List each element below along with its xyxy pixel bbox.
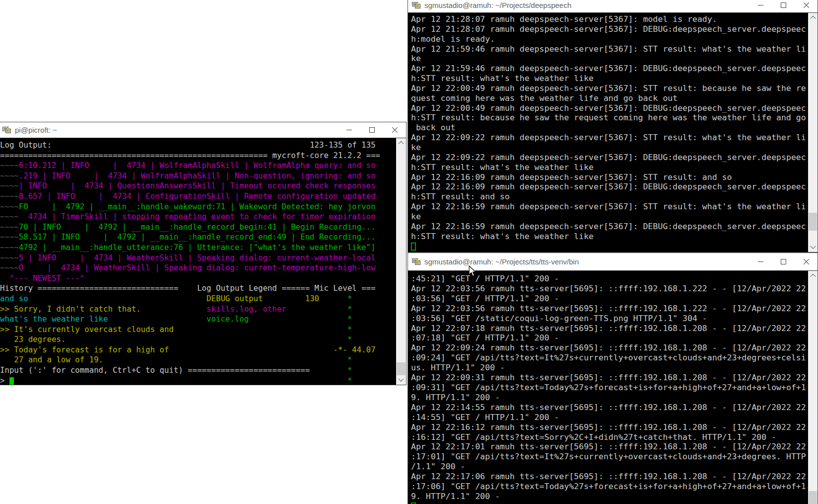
text-segment: 9. HTTP/1.1" 200 - (411, 492, 500, 501)
scroll-up-button[interactable] (396, 138, 406, 148)
scroll-down-button[interactable] (396, 375, 406, 385)
terminal-text: :45:21] "GET / HTTP/1.1" 200 -Apr 12 22:… (408, 271, 808, 504)
close-icon (803, 2, 810, 8)
terminal-line: :16:12] "GET /api/tts?text=Sorry%2C+I+di… (411, 432, 808, 442)
scrollbar-thumb[interactable] (809, 213, 817, 231)
scroll-up-button[interactable] (808, 271, 818, 280)
text-segment: ~~~~ (0, 181, 19, 190)
text-segment: h:STT result: what's the weather like (411, 74, 594, 83)
terminal-line: Apr 12 22:09:22 ramuh deepspeech-server[… (411, 133, 808, 143)
titlebar-deepspeech[interactable]: sgmustadio@ramuh: ~/Projects/deepspeech (408, 0, 818, 13)
window-picroft: pi@picroft: ~ Log Output: 123-135 of 135… (0, 122, 407, 385)
text-segment: h:STT result: and so (411, 192, 510, 201)
text-segment: 5 | INFO | 4734 | WeatherSkill | Speakin… (19, 253, 376, 262)
terminal-line: ~~~~FO | 4792 | __main__:handle_wakeword… (0, 202, 396, 212)
text-segment: DEBUG output (207, 294, 263, 303)
text-segment (103, 355, 347, 364)
text-segment: Apr 12 21:28:07 ramuh deepspeech-server[… (411, 24, 806, 34)
close-icon (803, 258, 810, 265)
terminal-line: Apr 12 22:09:24 ramuh tts-server[5695]: … (411, 343, 808, 353)
close-button[interactable] (795, 0, 818, 12)
terminal-line: > * (0, 376, 396, 385)
scrollbar-thumb[interactable] (397, 362, 406, 375)
terminal-line: ~~~~O | 4734 | WeatherSkill | Speaking d… (0, 263, 396, 273)
text-segment: > (0, 376, 9, 385)
text-segment: Apr 12 22:16:12 ramuh tts-server[5695]: … (411, 422, 806, 432)
text-segment (286, 304, 347, 314)
text-segment: h:model is ready. (411, 34, 495, 44)
minimize-button[interactable] (749, 0, 772, 12)
terminal-content: Log Output: 123-135 of 135==============… (0, 138, 406, 385)
text-segment: voice.log (207, 314, 249, 324)
text-segment: ke (411, 143, 421, 152)
titlebar-picroft[interactable]: pi@picroft: ~ (0, 122, 406, 138)
terminal-content: Apr 12 21:28:07 ramuh deepspeech-server[… (408, 13, 818, 252)
terminal-line (411, 241, 808, 251)
text-segment: ~~~~ (0, 212, 19, 221)
terminal-line: quest coming here was the weather life a… (411, 93, 808, 103)
terminal-line: :09:31] "GET /api/tts?text=Today%27s+for… (411, 383, 808, 393)
text-segment: :45:21] "GET / HTTP/1.1" 200 - (411, 274, 559, 283)
text-segment: :16:12] "GET /api/tts?text=Sorry%2C+I+di… (411, 432, 776, 442)
terminal-line: 27 and a low of 19. * (0, 355, 396, 365)
text-segment: Apr 12 22:07:18 ramuh tts-server[5695]: … (411, 324, 806, 333)
terminal-line: Apr 12 22:09:31 ramuh tts-server[5695]: … (411, 373, 808, 383)
scroll-down-button[interactable] (808, 243, 818, 252)
text-segment: ~~~~ (0, 253, 19, 262)
caption-buttons (749, 0, 818, 12)
text-segment: Apr 12 22:09:22 ramuh deepspeech-server[… (411, 153, 806, 162)
text-segment (169, 345, 333, 354)
text-segment: * (347, 304, 352, 314)
minimize-button[interactable] (749, 253, 772, 270)
caption-buttons (337, 122, 406, 138)
close-button[interactable] (795, 253, 818, 270)
maximize-button[interactable] (360, 122, 383, 138)
terminal-line: :09:24] "GET /api/tts?text=It%27s+curren… (411, 353, 808, 363)
text-segment: 4792 | __main__:handle_utterance:76 | Ut… (19, 243, 376, 252)
putty-icon (2, 126, 11, 134)
terminal-line: /1.1" 200 - (411, 462, 808, 472)
text-segment (28, 294, 207, 303)
text-segment: ~~~~ (0, 202, 19, 211)
text-segment: Apr 12 21:59:46 ramuh deepspeech-server[… (411, 44, 806, 54)
text-segment: 130 (305, 294, 319, 303)
close-button[interactable] (383, 122, 406, 138)
scrollbar[interactable] (808, 13, 818, 252)
text-segment: Apr 12 22:03:56 ramuh tts-server[5695]: … (411, 304, 806, 313)
terminal-line: us. HTTP/1.1" 200 - (411, 363, 808, 373)
terminal-line: ~~~~5 | INFO | 4734 | WeatherSkill | Spe… (0, 253, 396, 263)
text-segment: | INFO | 4734 | QuestionsAnswersSkill | … (19, 181, 376, 190)
text-segment: Apr 12 22:00:49 ramuh deepspeech-server[… (411, 103, 806, 113)
putty-icon (412, 258, 421, 266)
maximize-button[interactable] (772, 253, 795, 270)
minimize-button[interactable] (337, 122, 360, 138)
text-segment (52, 140, 310, 150)
maximize-button[interactable] (772, 0, 795, 12)
text-segment: 4734 | TimerSkill | stopping repeating e… (19, 212, 376, 221)
text-segment: ========================================… (0, 151, 380, 160)
terminal-line: h:STT result: what's the weather like (411, 74, 808, 84)
terminal-line: Apr 12 21:59:46 ramuh deepspeech-server[… (411, 64, 808, 74)
text-segment: Apr 12 22:09:22 ramuh deepspeech-server[… (411, 133, 806, 142)
scrollbar-thumb[interactable] (809, 491, 817, 504)
text-segment: 23 degrees. (0, 335, 66, 344)
text-segment: ke (411, 212, 421, 221)
terminal-line: :03:56] "GET /static/coqui-log-green-TTS… (411, 314, 808, 324)
terminal-line: 9. HTTP/1.1" 200 - (411, 393, 808, 403)
terminal-line: Apr 12 22:00:49 ramuh deepspeech-server[… (411, 84, 808, 93)
terminal-line: Apr 12 21:28:07 ramuh deepspeech-server[… (411, 14, 808, 24)
terminal-line: :14:55] "GET / HTTP/1.1" 200 - (411, 413, 808, 422)
text-segment: Apr 12 22:14:55 ramuh tts-server[5695]: … (411, 403, 806, 412)
terminal-line: ~~~~| INFO | 4734 | QuestionsAnswersSkil… (0, 181, 396, 191)
text-segment: :09:24] "GET /api/tts?text=It%27s+curren… (411, 353, 806, 362)
text-segment: /1.1" 200 - (411, 462, 465, 471)
scrollbar[interactable] (808, 271, 818, 504)
terminal-line: what's the weather like voice.log * (0, 314, 396, 325)
scrollbar[interactable] (396, 138, 406, 385)
scroll-up-button[interactable] (808, 13, 818, 22)
terminal-line: Apr 12 22:09:22 ramuh deepspeech-server[… (411, 153, 808, 163)
text-segment: :03:56] "GET / HTTP/1.1" 200 - (411, 294, 559, 303)
minimize-icon (758, 5, 763, 5)
text-segment: Log Output: (0, 140, 52, 150)
terminal-line: Apr 12 21:59:46 ramuh deepspeech-server[… (411, 44, 808, 54)
